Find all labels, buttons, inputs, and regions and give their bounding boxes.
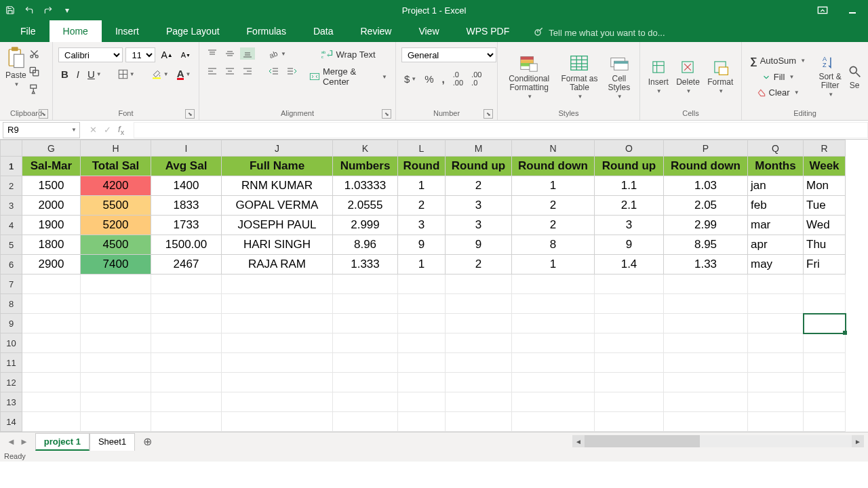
cell[interactable] [664,314,748,333]
col-header[interactable]: L [398,140,446,157]
tab-view[interactable]: View [405,20,452,42]
row-header[interactable]: 11 [1,353,22,373]
cell[interactable] [512,294,595,314]
redo-icon[interactable] [42,4,54,16]
cell[interactable] [22,373,81,392]
cell[interactable]: 2000 [22,196,81,216]
col-header[interactable]: H [81,140,151,157]
cell[interactable]: 2.1 [595,196,664,216]
cell[interactable]: Thu [804,235,846,255]
cell[interactable] [398,333,446,353]
cancel-icon[interactable]: ✕ [90,125,97,135]
header-cell[interactable]: Round down [664,157,748,176]
cell[interactable] [446,392,512,412]
cell[interactable] [748,333,804,353]
cell[interactable]: 2.0555 [333,196,398,216]
cell[interactable] [595,333,664,353]
cell[interactable]: 1.333 [333,255,398,274]
cell[interactable]: 1400 [151,176,222,196]
minimize-icon[interactable] [844,3,861,17]
cell[interactable] [748,373,804,392]
row-header[interactable]: 1 [1,157,22,176]
cell[interactable] [81,392,151,412]
cell[interactable] [398,373,446,392]
align-right-icon[interactable] [240,65,255,77]
cell[interactable]: Fri [804,255,846,274]
borders-icon[interactable]: ▼ [115,68,138,81]
cell[interactable] [446,333,512,353]
horizontal-scrollbar[interactable]: ◄ ► [572,435,864,447]
cell[interactable] [664,392,748,412]
cell[interactable] [398,353,446,373]
align-top-icon[interactable] [205,47,220,60]
cell[interactable] [512,373,595,392]
cell[interactable] [512,353,595,373]
cell[interactable]: 4200 [81,176,151,196]
cell[interactable]: 8.95 [664,235,748,255]
col-header[interactable]: I [151,140,222,157]
cell[interactable]: feb [748,196,804,216]
cell[interactable]: mar [748,216,804,235]
cell[interactable]: 3 [446,216,512,235]
cell[interactable]: RAJA RAM [222,255,333,274]
format-painter-icon[interactable] [29,84,39,96]
row-header[interactable]: 5 [1,235,22,255]
cell[interactable]: Mon [804,176,846,196]
cell[interactable]: 2 [446,255,512,274]
cell[interactable]: 1 [512,176,595,196]
cell[interactable] [512,392,595,412]
header-cell[interactable]: Months [748,157,804,176]
tab-formulas[interactable]: Formulas [233,20,300,42]
cell[interactable]: RNM KUMAR [222,176,333,196]
cell[interactable]: 3 [446,196,512,216]
cell[interactable]: 1800 [22,235,81,255]
cell[interactable] [151,314,222,333]
scrollbar-thumb[interactable] [585,435,700,447]
cell[interactable]: 2.999 [333,216,398,235]
col-header[interactable]: Q [748,140,804,157]
cell[interactable]: 9 [398,235,446,255]
cell[interactable] [398,412,446,432]
copy-icon[interactable] [29,66,39,79]
wrap-text-button[interactable]: abcWrap Text [307,47,390,61]
cell[interactable] [222,333,333,353]
paste-label[interactable]: Paste [5,70,26,80]
cell[interactable]: 1900 [22,216,81,235]
col-header[interactable]: R [804,140,846,157]
cell[interactable]: 1500 [22,176,81,196]
cell[interactable] [151,353,222,373]
cell[interactable] [595,353,664,373]
decrease-indent-icon[interactable] [266,65,281,77]
font-size-select[interactable]: 11 [125,47,155,62]
header-cell[interactable]: Round up [446,157,512,176]
col-header[interactable]: J [222,140,333,157]
cell[interactable]: 1 [398,176,446,196]
header-cell[interactable]: Sal-Mar [22,157,81,176]
header-cell[interactable]: Round up [595,157,664,176]
autosum-button[interactable]: ∑ AutoSum▼ [747,54,808,68]
name-box[interactable]: R9▼ [3,122,80,138]
cell[interactable] [804,294,846,314]
cell[interactable]: 9 [446,235,512,255]
insert-button[interactable]: Insert▼ [648,58,669,94]
decrease-font-icon[interactable]: A▼ [178,49,193,60]
cell[interactable] [151,294,222,314]
cell[interactable] [222,314,333,333]
cell[interactable]: 1.33 [664,255,748,274]
cell[interactable] [333,333,398,353]
tab-page-layout[interactable]: Page Layout [153,20,233,42]
enter-icon[interactable]: ✓ [104,125,111,135]
tab-data[interactable]: Data [300,20,347,42]
save-icon[interactable] [4,4,16,16]
cell[interactable] [81,412,151,432]
cell[interactable] [333,412,398,432]
cell[interactable] [398,392,446,412]
select-all[interactable] [1,140,22,157]
launcher-icon[interactable]: ⬊ [382,109,391,119]
cell[interactable] [748,392,804,412]
launcher-icon[interactable]: ⬊ [484,109,493,119]
row-header[interactable]: 7 [1,274,22,294]
font-name-select[interactable]: Calibri [58,47,123,62]
scroll-left-icon[interactable]: ◄ [572,435,585,447]
cell[interactable] [595,274,664,294]
